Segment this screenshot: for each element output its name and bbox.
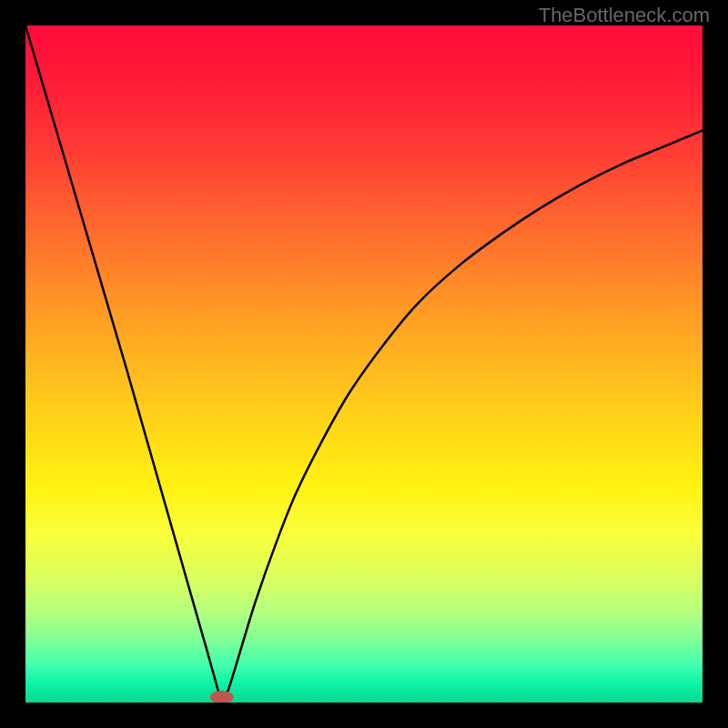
chart-svg [25, 25, 703, 703]
watermark-text: TheBottleneck.com [539, 4, 710, 27]
min-marker-icon [210, 691, 234, 703]
bottleneck-curve [25, 25, 703, 697]
chart-frame [25, 25, 703, 703]
